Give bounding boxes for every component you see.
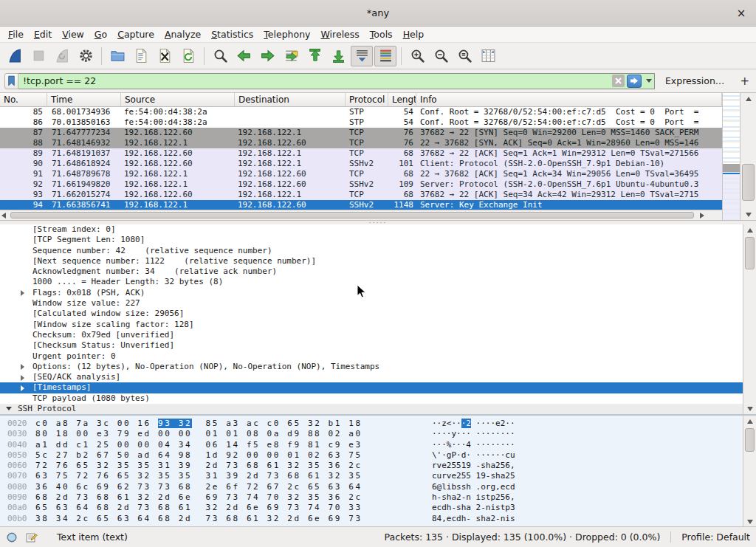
go-top-button[interactable] (303, 46, 326, 66)
hex-ascii[interactable]: h-sha2-n istp256, (432, 492, 515, 503)
menu-help[interactable]: Help (398, 27, 430, 42)
packet-row-92[interactable]: 9271.661949820192.168.122.1192.168.122.6… (0, 179, 722, 190)
detail-row[interactable]: [Calculated window size: 29056] (0, 309, 743, 319)
vscroll-up-arrow-icon[interactable] (740, 93, 756, 104)
details-scroll-up-icon[interactable] (743, 224, 756, 235)
packet-row-90[interactable]: 9071.648618924192.168.122.60192.168.122.… (0, 159, 722, 169)
hex-row-0070[interactable]: 007063 75 72 76 65 32 35 35 31 39 2d 73 … (0, 471, 756, 481)
capture-start-button[interactable] (4, 46, 26, 66)
hex-ascii[interactable]: curve255 19-sha25 (432, 471, 515, 481)
hex-ascii[interactable]: 84,ecdh- sha2-nis (432, 514, 515, 524)
apply-filter-button[interactable] (627, 75, 642, 88)
packet-list-minimap[interactable] (722, 93, 740, 220)
detail-row[interactable]: [Stream index: 0] (0, 224, 743, 235)
packet-row-86[interactable]: 8670.013850163fe:54:00:d4:38:2aSTP54Conf… (0, 117, 722, 128)
hex-row-00a0[interactable]: 00a065 63 64 68 2d 73 68 61 32 2d 6e 69 … (0, 503, 756, 513)
clear-filter-button[interactable] (612, 75, 625, 87)
menu-edit[interactable]: Edit (29, 27, 57, 42)
filter-history-dropdown-icon[interactable] (646, 79, 652, 83)
add-filter-button[interactable]: + (738, 75, 752, 88)
filter-bookmark-button[interactable] (4, 73, 18, 89)
detail-row[interactable]: [Window size scaling factor: 128] (0, 320, 743, 330)
go-forward-button[interactable] (256, 46, 278, 66)
column-header-time[interactable]: Time (47, 93, 121, 106)
detail-row[interactable]: Window size value: 227 (0, 298, 743, 309)
detail-row[interactable]: 1000 .... = Header Length: 32 bytes (8) (0, 277, 743, 287)
detail-row[interactable]: [TCP Segment Len: 1080] (0, 235, 743, 245)
column-header-source[interactable]: Source (121, 93, 235, 106)
go-bottom-button[interactable] (327, 46, 349, 66)
menu-telephony[interactable]: Telephony (258, 27, 315, 42)
packet-list-vscrollbar[interactable] (740, 93, 756, 220)
detail-row[interactable]: Options: (12 bytes), No-Operation (NOP),… (0, 362, 743, 372)
packet-row-93[interactable]: 9371.662015274192.168.122.60192.168.122.… (0, 190, 722, 200)
hex-row-0090[interactable]: 009068 2d 73 68 61 32 2d 6e 69 73 74 70 … (0, 492, 756, 503)
hex-bytes[interactable]: 38 34 2c 65 63 64 68 2d 73 68 61 32 2d 6… (35, 514, 362, 524)
packet-row-94[interactable]: 9471.663856741192.168.122.1192.168.122.6… (0, 200, 722, 210)
hex-ascii[interactable]: ecdh-sha 2-nistp3 (432, 503, 515, 513)
packet-row-91[interactable]: 9171.648789678192.168.122.1192.168.122.6… (0, 169, 722, 179)
packet-row-87[interactable]: 8771.647777234192.168.122.60192.168.122.… (0, 128, 722, 138)
capture-options-button[interactable] (75, 46, 97, 66)
zoom-in-button[interactable] (406, 46, 428, 66)
packet-row-88[interactable]: 8871.648146932192.168.122.1192.168.122.6… (0, 138, 722, 148)
vscroll-thumb[interactable] (742, 164, 755, 201)
hex-ascii[interactable]: ····y··· ········ (432, 429, 515, 439)
packet-list-hscrollbar[interactable] (0, 210, 722, 220)
colorize-button[interactable] (374, 46, 396, 66)
detail-row[interactable]: Acknowledgment number: 34 (relative ack … (0, 266, 743, 277)
hex-bytes[interactable]: c0 a8 7a 3c 00 16 93 32 85 a3 ac c0 65 3… (35, 419, 362, 429)
detail-row[interactable]: [SEQ/ACK analysis] (0, 372, 743, 382)
hex-bytes[interactable]: 36 40 6c 69 62 73 73 68 2e 6f 72 67 2c 6… (35, 482, 362, 492)
menu-tools[interactable]: Tools (365, 27, 398, 42)
collapsed-arrow-icon[interactable] (21, 364, 24, 370)
hex-row-0040[interactable]: 0040a1 dd c1 25 00 00 04 34 06 14 f5 e8 … (0, 440, 756, 450)
display-filter-input[interactable] (18, 73, 655, 89)
menu-capture[interactable]: Capture (112, 27, 159, 42)
column-header-length[interactable]: Length (388, 93, 416, 106)
menu-wireless[interactable]: Wireless (316, 27, 365, 42)
detail-row[interactable]: Urgent pointer: 0 (0, 351, 743, 362)
hex-row-00b0[interactable]: 00b038 34 2c 65 63 64 68 2d 73 68 61 32 … (0, 514, 756, 524)
file-open-button[interactable] (106, 46, 128, 66)
zoom-out-button[interactable] (430, 46, 452, 66)
hscroll-right-arrow-icon[interactable] (700, 211, 704, 219)
details-vscrollbar[interactable] (743, 224, 756, 414)
close-window-icon[interactable]: × (734, 6, 749, 21)
hex-bytes[interactable]: a1 dd c1 25 00 00 04 34 06 14 f5 e8 f9 8… (35, 440, 362, 450)
file-save-button[interactable] (130, 46, 152, 66)
hex-bytes[interactable]: 68 2d 73 68 61 32 2d 6e 69 73 74 70 32 3… (35, 492, 362, 503)
capture-restart-button[interactable] (51, 46, 73, 66)
expanded-arrow-icon[interactable] (6, 407, 12, 410)
hex-bytes[interactable]: 72 76 65 32 35 35 31 39 2d 73 68 61 32 3… (35, 461, 362, 471)
zoom-original-button[interactable] (453, 46, 475, 66)
file-close-button[interactable] (154, 46, 176, 66)
auto-scroll-button[interactable] (351, 46, 373, 66)
collapsed-arrow-icon[interactable] (21, 385, 24, 391)
menu-view[interactable]: View (57, 27, 89, 42)
vscroll-down-arrow-icon[interactable] (740, 209, 756, 220)
hex-ascii[interactable]: ··z<···2 ····e2·· (432, 419, 515, 429)
profile-text[interactable]: Profile: Default (671, 531, 750, 543)
details-scroll-thumb[interactable] (745, 237, 755, 269)
detail-row[interactable]: TCP payload (1080 bytes) (0, 393, 743, 404)
detail-row[interactable]: Sequence number: 42 (relative sequence n… (0, 246, 743, 256)
detail-row[interactable]: SSH Protocol (0, 404, 743, 414)
collapsed-arrow-icon[interactable] (21, 290, 24, 296)
hex-ascii[interactable]: \'·gP·d· ······cu (432, 450, 515, 461)
hex-bytes[interactable]: 63 75 72 76 65 32 35 35 31 39 2d 73 68 6… (35, 471, 362, 481)
hscroll-thumb[interactable] (10, 212, 694, 219)
go-to-packet-button[interactable] (280, 46, 302, 66)
go-back-button[interactable] (233, 46, 255, 66)
hex-row-0080[interactable]: 008036 40 6c 69 62 73 73 68 2e 6f 72 67 … (0, 482, 756, 492)
file-reload-button[interactable] (177, 46, 199, 66)
detail-row[interactable]: Flags: 0x018 (PSH, ACK) (0, 288, 743, 298)
menu-file[interactable]: File (3, 27, 29, 42)
packet-row-89[interactable]: 8971.648191037192.168.122.60192.168.122.… (0, 148, 722, 159)
details-scroll-down-icon[interactable] (743, 403, 756, 414)
expert-info-icon[interactable] (6, 531, 18, 543)
hex-bytes[interactable]: 65 63 64 68 2d 73 68 61 32 2d 6e 69 73 7… (35, 503, 362, 513)
menu-statistics[interactable]: Statistics (206, 27, 258, 42)
hex-ascii[interactable]: rve25519 -sha256, (432, 461, 515, 471)
hex-bytes[interactable]: 80 18 00 e3 79 ed 00 00 01 01 08 0a d9 8… (35, 429, 362, 439)
